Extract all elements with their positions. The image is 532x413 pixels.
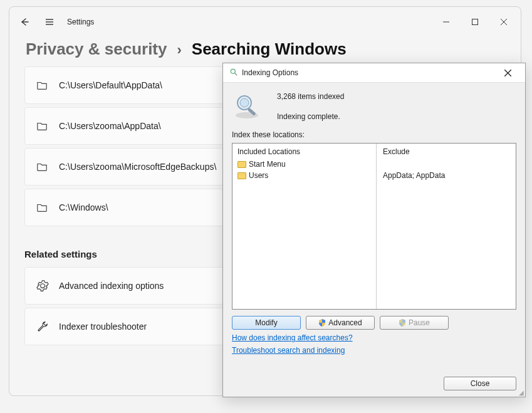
excluded-folder-path: C:\Users\zooma\AppData\ <box>59 121 161 131</box>
back-button[interactable] <box>13 11 36 33</box>
modify-button[interactable]: Modify <box>232 316 301 330</box>
index-locations-label: Index these locations: <box>232 130 516 139</box>
window-maximize-button[interactable] <box>461 12 489 32</box>
indexing-status-text: Indexing complete. <box>277 112 344 121</box>
folder-icon <box>36 202 54 213</box>
wrench-icon <box>36 320 54 333</box>
troubleshoot-link[interactable]: Troubleshoot search and indexing <box>232 346 516 355</box>
excluded-folder-path: C:\Windows\ <box>59 202 108 212</box>
breadcrumb-separator: › <box>177 42 181 58</box>
close-button-label: Close <box>471 379 490 388</box>
svg-point-8 <box>231 69 235 73</box>
svg-point-14 <box>240 98 249 107</box>
related-item-label: Advanced indexing options <box>59 281 164 291</box>
breadcrumb-current: Searching Windows <box>192 39 347 59</box>
search-icon <box>229 68 238 78</box>
exclude-column-header: Exclude <box>383 147 509 156</box>
close-button[interactable]: Close <box>444 377 516 390</box>
excluded-folder-path: C:\Users\zooma\MicrosoftEdgeBackups\ <box>59 162 216 172</box>
dialog-button-row: Modify Advanced Pause <box>232 316 516 330</box>
included-column-header: Included Locations <box>237 147 371 156</box>
included-locations-column: Included Locations Start Menu Users <box>232 144 377 309</box>
indexing-options-dialog: Indexing Options 3,268 items indexed Ind… <box>222 63 526 397</box>
uac-shield-icon <box>399 319 406 327</box>
window-close-button[interactable] <box>489 12 518 32</box>
advanced-button[interactable]: Advanced <box>306 316 375 330</box>
locations-list: Included Locations Start Menu Users Excl… <box>232 143 516 310</box>
included-location-label: Users <box>249 171 268 180</box>
resize-grip[interactable]: ◢ <box>519 391 523 395</box>
svg-rect-5 <box>472 19 478 25</box>
gear-icon <box>36 280 54 292</box>
folder-icon <box>36 161 54 172</box>
uac-shield-icon <box>318 319 326 327</box>
dialog-title: Indexing Options <box>242 68 298 77</box>
modify-button-label: Modify <box>255 318 277 327</box>
dialog-close-button[interactable] <box>494 64 521 81</box>
breadcrumb-parent[interactable]: Privacy & security <box>26 39 167 59</box>
included-location-row[interactable]: Start Menu <box>237 159 371 170</box>
pause-button: Pause <box>380 316 449 330</box>
breadcrumb: Privacy & security › Searching Windows <box>9 37 521 66</box>
status-row: 3,268 items indexed Indexing complete. <box>232 88 516 125</box>
window-minimize-button[interactable] <box>432 12 461 32</box>
dialog-titlebar: Indexing Options <box>223 63 525 82</box>
dialog-footer: Close <box>232 368 516 390</box>
exclude-row[interactable]: AppData; AppData <box>383 170 509 181</box>
magnifier-icon <box>232 91 262 122</box>
folder-icon <box>36 120 54 132</box>
window-titlebar: Settings <box>9 7 521 37</box>
exclude-value: AppData; AppData <box>383 171 445 180</box>
related-item-label: Indexer troubleshooter <box>59 322 147 332</box>
excluded-folder-path: C:\Users\Default\AppData\ <box>59 80 162 90</box>
svg-line-9 <box>235 73 237 75</box>
how-indexing-link[interactable]: How does indexing affect searches? <box>232 333 516 342</box>
folder-icon <box>36 80 54 91</box>
pause-button-label: Pause <box>409 318 430 327</box>
menu-button[interactable] <box>38 11 61 33</box>
included-location-row[interactable]: Users <box>237 170 371 181</box>
dialog-body: 3,268 items indexed Indexing complete. I… <box>223 82 525 397</box>
included-location-label: Start Menu <box>249 160 286 169</box>
items-indexed-text: 3,268 items indexed <box>277 92 344 101</box>
advanced-button-label: Advanced <box>328 318 362 327</box>
folder-icon <box>237 161 246 168</box>
exclude-column: Exclude AppData; AppData <box>377 144 516 309</box>
folder-icon <box>237 172 246 179</box>
app-title: Settings <box>67 18 94 26</box>
